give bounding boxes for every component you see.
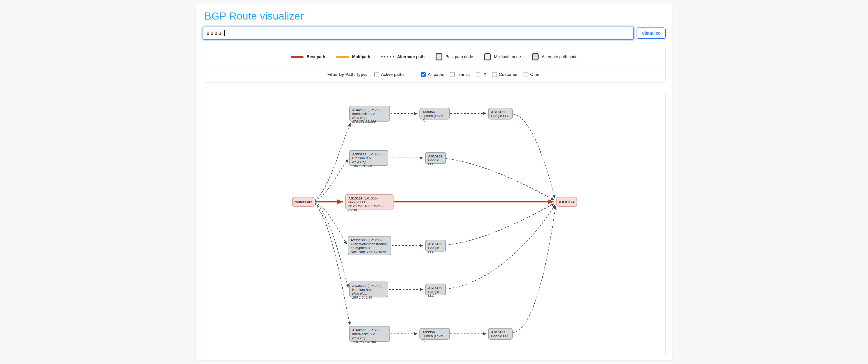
as-number: AS3356 <box>423 110 447 114</box>
as-name: Google LLC <box>428 290 443 297</box>
prefix-input[interactable] <box>203 27 634 40</box>
all-paths-checkbox[interactable] <box>421 72 426 77</box>
legend-label: Alternate path node <box>542 55 578 59</box>
as-node[interactable]: AS3356 Lumen (Level 3) <box>420 108 450 120</box>
router-label: router1.dtc <box>294 200 312 204</box>
other-checkbox[interactable] <box>524 72 528 77</box>
local-pref: (LP: 200) <box>368 328 382 332</box>
checkbox-active-paths[interactable]: Active paths <box>374 72 405 77</box>
legend-label: Best path node <box>445 55 473 59</box>
as-name: Eranium B.V. <box>352 156 385 160</box>
as-node[interactable]: AS42093(LP: 200) InterRacks B.V. Next Ho… <box>349 326 390 342</box>
checkbox-ix[interactable]: IX <box>475 72 486 77</box>
as-number: AS15169 <box>491 110 510 114</box>
local-pref: (LP: 200) <box>368 108 382 112</box>
active-paths-checkbox[interactable] <box>374 72 379 77</box>
as-name: Google LLC <box>348 200 391 204</box>
prefix-input-row: Visualize <box>203 27 666 40</box>
local-pref: (LP: 200) <box>368 284 382 288</box>
graph-canvas[interactable]: router1.dtc AS42093(LP: 200) InterRacks … <box>203 92 666 356</box>
as-node[interactable]: AS15169 Google LLC <box>425 284 446 295</box>
legend-label: Best path <box>307 55 325 59</box>
page-title: BGP Route visualizer <box>205 10 666 22</box>
as-name: Lumen (Level 3) <box>423 114 447 122</box>
filter-row: Filter by Path Type: Active paths All pa… <box>203 67 665 82</box>
destination-node[interactable]: 8.8.8.0/24 <box>556 197 577 207</box>
alternate-node-swatch <box>532 53 538 60</box>
text-caret <box>224 30 225 36</box>
multipath-line-swatch <box>336 56 349 58</box>
as-node[interactable]: AS211588(LP: 200) Yvan Watchman trading … <box>348 236 391 255</box>
graph-panel: router1.dtc AS42093(LP: 200) InterRacks … <box>203 92 666 356</box>
filter-title: Filter by Path Type: <box>328 72 367 77</box>
next-hop: Next Hop: 178.251.29.168 <box>352 336 387 343</box>
local-pref: (LP: 200) <box>368 238 382 242</box>
checkbox-customer[interactable]: Customer <box>492 72 518 77</box>
next-hop: Next Hop: 185.1.240.35 <box>352 160 385 168</box>
as-name: Yvan Watchman trading as Xyphen IT <box>350 242 388 250</box>
legend-best-node: Best path node <box>436 53 473 60</box>
as-name: Google LLC <box>491 114 510 118</box>
legend-alternate-node: Alternate path node <box>532 53 578 60</box>
app-card: BGP Route visualizer Visualize Best path… <box>195 3 673 360</box>
as-number: AS35133 <box>352 152 367 156</box>
checkbox-label: Active paths <box>381 72 405 77</box>
as-node[interactable]: AS35133(LP: 200) Eranium B.V. Next Hop: … <box>349 282 388 297</box>
as-name: Google LLC <box>428 158 443 166</box>
as-node[interactable]: AS3356 Lumen (Level 3) <box>420 328 450 340</box>
checkbox-label: All paths <box>428 72 444 77</box>
as-number: AS15169 <box>428 154 443 158</box>
legend-filter-panel: Best path Multipath Alternate path Best … <box>203 46 666 83</box>
as-node[interactable]: AS15169 Google LLC <box>488 108 513 120</box>
checkbox-label: Other <box>530 72 541 77</box>
best-node-swatch <box>436 53 442 60</box>
checkbox-label: Customer <box>499 72 518 77</box>
as-name: InterRacks B.V. <box>352 332 387 336</box>
visualize-button[interactable]: Visualize <box>637 28 666 39</box>
legend-label: Alternate path <box>397 55 425 59</box>
checkbox-label: IX <box>482 72 486 77</box>
local-pref: (LP: 200) <box>368 152 382 156</box>
legend-multipath: Multipath <box>336 55 370 59</box>
alternate-path-line-swatch <box>381 56 394 58</box>
as-node[interactable]: AS15169 Google LLC <box>425 152 446 164</box>
checkbox-transit[interactable]: Transit <box>450 72 470 77</box>
as-number: AS42093 <box>352 108 367 112</box>
legend-row: Best path Multipath Alternate path Best … <box>203 46 665 67</box>
next-hop: Next Hop: 178.251.29.166 <box>352 115 387 123</box>
as-name: InterRacks B.V. <box>352 112 387 115</box>
customer-checkbox[interactable] <box>492 72 497 77</box>
legend-multipath-node: Multipath node <box>484 53 521 60</box>
legend-label: Multipath node <box>494 55 521 59</box>
next-hop: Next Hop: 185.1.240.36 <box>352 292 385 299</box>
best-path-node[interactable]: AS15169(LP: 300) Google LLC Next Hop: 18… <box>345 194 394 209</box>
as-name: Eranium B.V. <box>352 288 385 292</box>
transit-checkbox[interactable] <box>450 72 455 77</box>
as-number: AS15169 <box>348 196 363 200</box>
legend-best-path: Best path <box>291 55 325 59</box>
as-number: AS35133 <box>352 284 367 288</box>
checkbox-other[interactable]: Other <box>524 72 541 77</box>
local-pref: (LP: 300) <box>364 196 378 200</box>
router-node[interactable]: router1.dtc <box>292 197 314 207</box>
as-number: AS15169 <box>428 286 443 290</box>
legend-alternate-path: Alternate path <box>381 55 425 59</box>
destination-label: 8.8.8.0/24 <box>559 200 575 204</box>
as-node[interactable]: AS35133(LP: 200) Eranium B.V. Next Hop: … <box>349 150 388 166</box>
as-node[interactable]: AS15169 Google LLC <box>488 328 513 340</box>
next-hop: Next Hop: 185.1.240.60 (best) <box>348 204 391 212</box>
as-number: AS211588 <box>350 238 367 242</box>
as-number: AS15169 <box>491 330 510 334</box>
next-hop: Next Hop: 185.1.240.84 <box>350 250 388 254</box>
checkbox-all-paths[interactable]: All paths <box>421 72 444 77</box>
legend-label: Multipath <box>352 55 370 59</box>
as-number: AS3356 <box>423 330 447 334</box>
as-number: AS42093 <box>352 328 367 332</box>
ix-checkbox[interactable] <box>475 72 480 77</box>
checkbox-label: Transit <box>457 72 470 77</box>
as-node[interactable]: AS42093(LP: 200) InterRacks B.V. Next Ho… <box>349 106 390 122</box>
as-name: Lumen (Level 3) <box>423 334 447 342</box>
as-node[interactable]: AS15169 Google LLC <box>425 240 446 252</box>
as-name: Google LLC <box>428 246 443 254</box>
multipath-node-swatch <box>484 53 491 60</box>
